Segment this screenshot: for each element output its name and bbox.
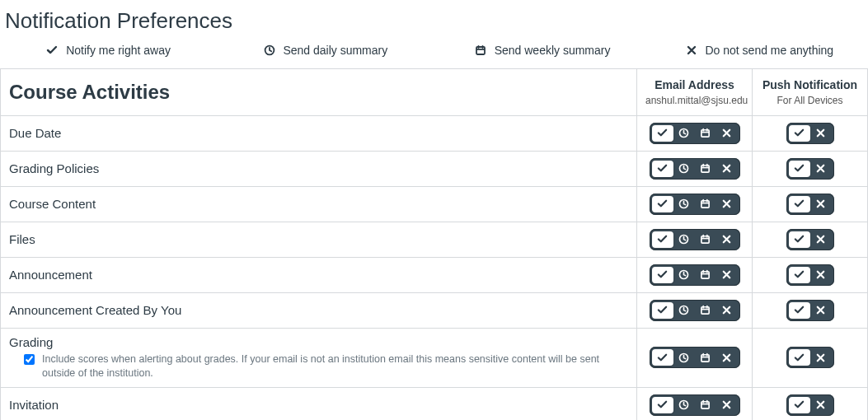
push-group[interactable] <box>786 300 834 321</box>
email-weekly-button[interactable] <box>695 397 716 413</box>
email-group[interactable] <box>650 158 740 180</box>
row-label: Announcement <box>9 268 628 282</box>
push-immediately-button[interactable] <box>789 349 810 366</box>
email-immediately-button[interactable] <box>652 125 673 142</box>
row-label: Invitation <box>9 398 628 412</box>
email-immediately-button[interactable] <box>652 349 673 366</box>
legend-daily-label: Send daily summary <box>283 44 387 57</box>
push-group[interactable] <box>786 229 834 250</box>
email-group[interactable] <box>650 394 740 416</box>
row-label-cell: Invitation <box>1 387 637 420</box>
email-weekly-button[interactable] <box>695 125 716 142</box>
email-group[interactable] <box>650 123 740 144</box>
push-never-button[interactable] <box>810 231 832 248</box>
email-daily-button[interactable] <box>673 349 695 366</box>
push-never-button[interactable] <box>810 349 832 366</box>
email-group[interactable] <box>650 300 740 321</box>
include-scores-checkbox[interactable] <box>24 354 35 365</box>
push-immediately-button[interactable] <box>789 302 810 319</box>
push-group[interactable] <box>786 347 834 368</box>
email-weekly-button[interactable] <box>695 161 716 177</box>
email-weekly-button[interactable] <box>695 231 716 248</box>
push-immediately-button[interactable] <box>789 231 810 248</box>
row-note-text: Include scores when alerting about grade… <box>42 352 628 380</box>
email-group[interactable] <box>650 347 740 368</box>
calendar-icon <box>475 44 486 58</box>
push-never-button[interactable] <box>810 161 832 177</box>
email-never-button[interactable] <box>716 302 738 319</box>
email-immediately-button[interactable] <box>652 397 673 413</box>
push-group[interactable] <box>786 264 834 286</box>
legend-never: Do not send me anything <box>651 44 868 58</box>
push-immediately-button[interactable] <box>789 196 810 212</box>
email-daily-button[interactable] <box>673 231 695 248</box>
page-title: Notification Preferences <box>5 8 868 34</box>
email-weekly-button[interactable] <box>695 267 716 283</box>
legend-daily: Send daily summary <box>217 44 434 58</box>
email-weekly-button[interactable] <box>695 196 716 212</box>
email-never-button[interactable] <box>716 196 738 212</box>
email-daily-button[interactable] <box>673 196 695 212</box>
push-group[interactable] <box>786 123 834 144</box>
col-push-sub: For All Devices <box>777 95 842 106</box>
email-never-button[interactable] <box>716 349 738 366</box>
push-never-button[interactable] <box>810 125 832 142</box>
email-weekly-button[interactable] <box>695 349 716 366</box>
x-icon <box>686 44 697 58</box>
push-immediately-button[interactable] <box>789 267 810 283</box>
legend-immediately-label: Notify me right away <box>66 44 171 57</box>
email-cell <box>637 387 753 420</box>
row-label-cell: Files <box>1 222 637 257</box>
push-cell <box>753 387 868 420</box>
email-never-button[interactable] <box>716 397 738 413</box>
push-immediately-button[interactable] <box>789 161 810 177</box>
clock-icon <box>264 44 275 58</box>
email-group[interactable] <box>650 229 740 250</box>
email-immediately-button[interactable] <box>652 231 673 248</box>
email-cell <box>637 222 753 257</box>
email-cell <box>637 292 753 328</box>
email-weekly-button[interactable] <box>695 302 716 319</box>
push-group[interactable] <box>786 194 834 215</box>
email-never-button[interactable] <box>716 267 738 283</box>
col-push-title: Push Notification <box>761 78 859 91</box>
email-immediately-button[interactable] <box>652 267 673 283</box>
push-cell <box>753 328 868 387</box>
email-never-button[interactable] <box>716 161 738 177</box>
push-group[interactable] <box>786 158 834 180</box>
push-never-button[interactable] <box>810 397 832 413</box>
push-never-button[interactable] <box>810 267 832 283</box>
email-immediately-button[interactable] <box>652 196 673 212</box>
email-immediately-button[interactable] <box>652 302 673 319</box>
email-daily-button[interactable] <box>673 302 695 319</box>
push-cell <box>753 186 868 222</box>
push-immediately-button[interactable] <box>789 397 810 413</box>
email-daily-button[interactable] <box>673 397 695 413</box>
legend-weekly: Send weekly summary <box>434 44 651 58</box>
preferences-table: Course Activities Email Address anshul.m… <box>0 68 868 420</box>
legend-row: Notify me right away Send daily summary … <box>0 40 868 68</box>
push-never-button[interactable] <box>810 302 832 319</box>
row-label-cell: Announcement Created By You <box>1 292 637 328</box>
email-group[interactable] <box>650 194 740 215</box>
row-label: Grading Policies <box>9 161 628 175</box>
email-daily-button[interactable] <box>673 267 695 283</box>
pref-row: Grading Policies <box>1 151 868 186</box>
email-daily-button[interactable] <box>673 125 695 142</box>
col-email-sub: anshul.mittal@sjsu.edu <box>645 95 748 106</box>
push-cell <box>753 151 868 186</box>
email-daily-button[interactable] <box>673 161 695 177</box>
row-label-cell: Course Content <box>1 186 637 222</box>
push-never-button[interactable] <box>810 196 832 212</box>
email-immediately-button[interactable] <box>652 161 673 177</box>
pref-row: Announcement <box>1 257 868 292</box>
email-cell <box>637 257 753 292</box>
email-never-button[interactable] <box>716 125 738 142</box>
pref-row: Course Content <box>1 186 868 222</box>
email-never-button[interactable] <box>716 231 738 248</box>
push-immediately-button[interactable] <box>789 125 810 142</box>
column-header-email: Email Address anshul.mittal@sjsu.edu <box>637 68 753 115</box>
email-cell <box>637 151 753 186</box>
email-group[interactable] <box>650 264 740 286</box>
push-group[interactable] <box>786 394 834 416</box>
